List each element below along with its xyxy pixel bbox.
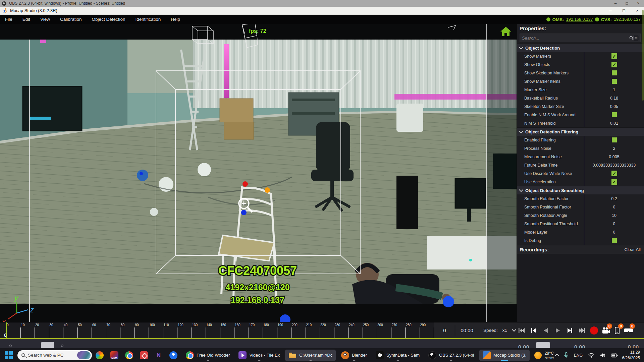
- mocap-logo-icon: [3, 8, 7, 13]
- property-value[interactable]: 2: [584, 144, 644, 153]
- skip-to-end-button[interactable]: [576, 325, 588, 336]
- taskbar-app-blender[interactable]: Blender: [338, 350, 370, 361]
- section-object-detection[interactable]: Object Detection: [517, 44, 644, 52]
- search-placeholder: Search web & PC: [28, 353, 77, 358]
- checkbox[interactable]: ✓: [611, 53, 617, 59]
- properties-scrollbar[interactable]: [642, 10, 644, 101]
- checkbox[interactable]: ✓: [611, 171, 617, 176]
- wifi-icon[interactable]: [588, 353, 594, 358]
- checkbox[interactable]: ✓: [611, 179, 617, 185]
- taskbar-app-folder[interactable]: C:\Users\amir\Dc: [285, 350, 336, 361]
- property-row-show-skeleton-markers: Show Skeleton Markers: [517, 69, 644, 77]
- properties-search-input[interactable]: Search... ≡: [520, 34, 641, 42]
- taskbar-app-mocap[interactable]: Mocap Studio (3.: [479, 350, 530, 361]
- play-backward-button[interactable]: [540, 325, 552, 336]
- checkbox[interactable]: [612, 112, 617, 117]
- weather-widget[interactable]: 28°C שמשי: [534, 351, 554, 360]
- battery-icon[interactable]: [611, 353, 618, 358]
- taskbar-app-chrome[interactable]: Free Old Wooder: [182, 350, 233, 361]
- clock[interactable]: 11:29 6/26/2025: [621, 350, 644, 360]
- app-maximize-button[interactable]: □: [617, 7, 631, 15]
- vr-headset-button[interactable]: 0: [623, 325, 634, 336]
- obs-restore-button[interactable]: □: [621, 0, 633, 7]
- property-row-show-marker-items: Show Marker Items: [517, 77, 644, 85]
- menu-help[interactable]: Help: [166, 15, 185, 24]
- checkbox[interactable]: [612, 79, 617, 84]
- scrollbar-handle[interactable]: [536, 342, 550, 348]
- property-value[interactable]: 1: [584, 85, 644, 94]
- search-highlight-image[interactable]: [77, 351, 91, 359]
- timeline: 0 01020304050607080901001101201301401501…: [0, 322, 644, 339]
- start-button[interactable]: [5, 351, 13, 360]
- oms-address[interactable]: 192.168.0.137: [566, 17, 593, 22]
- taskbar-search[interactable]: Search web & PC: [17, 350, 92, 360]
- taskbar-app-videos[interactable]: Videos - File Ex: [235, 350, 283, 361]
- stream-icon[interactable]: [140, 351, 148, 360]
- phone-button[interactable]: 0: [611, 325, 623, 336]
- previous-frame-button[interactable]: [528, 325, 540, 336]
- chevron-down-icon: [519, 188, 523, 192]
- clear-all-button[interactable]: Clear All: [625, 247, 641, 252]
- marker-orange[interactable]: [265, 187, 270, 193]
- timeline-ruler[interactable]: 0 01020304050607080901001101201301401501…: [0, 322, 434, 338]
- obs-close-button[interactable]: ×: [633, 0, 644, 7]
- property-value[interactable]: 0.005: [584, 153, 644, 161]
- visual-icon[interactable]: N: [154, 351, 163, 360]
- app-minimize-button[interactable]: –: [604, 7, 617, 15]
- stream-icon: [140, 351, 148, 359]
- axis-y-label: y: [14, 294, 19, 302]
- filter-list-icon[interactable]: ≡: [634, 36, 638, 40]
- menu-identification[interactable]: Identification: [130, 15, 166, 24]
- cameras-button[interactable]: 8: [600, 325, 611, 336]
- microphone-icon[interactable]: [564, 352, 568, 358]
- property-value[interactable]: 0.00833333333333333: [584, 161, 644, 169]
- property-value[interactable]: 0.05: [584, 102, 644, 111]
- tray-expand-icon[interactable]: [555, 354, 559, 358]
- speaker-icon[interactable]: [600, 353, 605, 358]
- property-label: Smooth Rotation Factor: [517, 196, 584, 201]
- chrome-icon[interactable]: [125, 351, 133, 360]
- obs-minimize-button[interactable]: –: [610, 0, 621, 7]
- search-icon: [629, 36, 634, 40]
- speed-value[interactable]: x1: [502, 328, 507, 333]
- scroll-dot: [9, 345, 12, 347]
- copilot-icon[interactable]: [95, 351, 104, 360]
- next-frame-button[interactable]: [564, 325, 576, 336]
- play-forward-button[interactable]: [552, 325, 564, 336]
- property-value[interactable]: 0: [584, 203, 644, 211]
- section-object-detection-smoothing[interactable]: Object Detection Smoothing: [517, 186, 644, 194]
- menu-view[interactable]: View: [35, 15, 55, 24]
- record-button[interactable]: [590, 326, 598, 335]
- marker-blue[interactable]: [241, 210, 247, 215]
- property-value[interactable]: 0: [584, 220, 644, 228]
- menu-edit[interactable]: Edit: [17, 15, 35, 24]
- property-value[interactable]: 10: [584, 211, 644, 220]
- viewport-3d[interactable]: fps: 72 CFC24070057 4192x2160@120 192.16…: [0, 24, 517, 322]
- checkbox[interactable]: [612, 70, 617, 75]
- obs-logo-icon: [2, 1, 6, 6]
- taskbar-app-unity[interactable]: SynthData - Sam: [372, 350, 423, 361]
- menu-object-detection[interactable]: Object Detection: [87, 15, 130, 24]
- property-value[interactable]: 0: [584, 228, 644, 236]
- section-object-detection-filtering[interactable]: Object Detection Filtering: [517, 127, 644, 136]
- menu-file[interactable]: File: [0, 15, 17, 24]
- skip-to-start-button[interactable]: [516, 325, 528, 336]
- radiator: [396, 104, 423, 132]
- scrollbar-handle[interactable]: [41, 342, 54, 348]
- checkbox[interactable]: ✓: [611, 62, 617, 67]
- checkbox[interactable]: [612, 238, 617, 243]
- taskbar-app-obs[interactable]: OBS 27.2.3 (64-bi: [425, 350, 477, 361]
- checkbox[interactable]: [612, 137, 617, 142]
- m365-icon[interactable]: M365: [110, 351, 119, 360]
- section-label: Object Detection Filtering: [525, 129, 578, 134]
- maps-icon[interactable]: [169, 351, 178, 360]
- mocap-titlebar: Mocap Studio (3.0.2.3R) – □ ×: [0, 7, 644, 15]
- language-indicator[interactable]: ENG: [574, 353, 583, 358]
- property-row-n-m-s-threshold: N M S Threshold0.01: [517, 119, 644, 127]
- property-value[interactable]: 0.2: [584, 194, 644, 203]
- property-value[interactable]: 0.01: [584, 119, 644, 127]
- menu-calibration[interactable]: Calibration: [55, 15, 87, 24]
- property-value[interactable]: 0.18: [584, 94, 644, 102]
- home-button[interactable]: [500, 27, 511, 36]
- marker-red[interactable]: [243, 181, 248, 187]
